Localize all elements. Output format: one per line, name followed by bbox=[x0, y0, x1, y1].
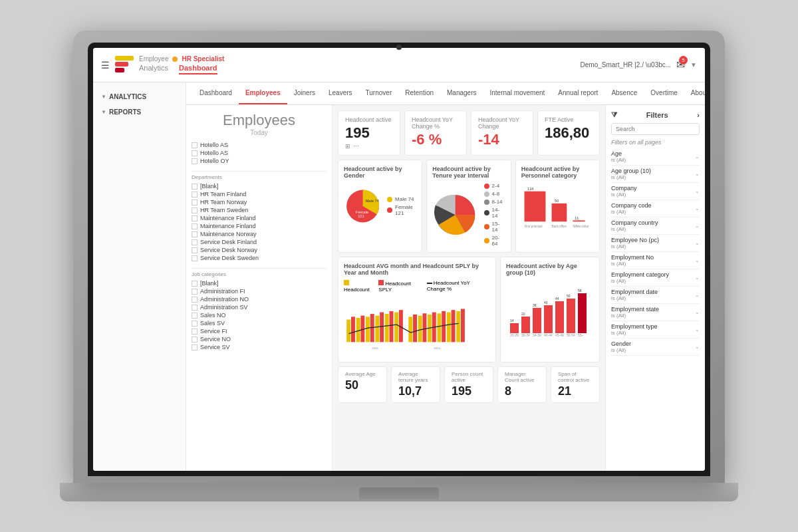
tab-managers[interactable]: Managers bbox=[440, 82, 483, 104]
checkbox[interactable] bbox=[192, 297, 198, 303]
checkbox[interactable] bbox=[192, 158, 198, 164]
filter-item[interactable]: HR Team Sweden bbox=[192, 207, 327, 213]
filter-row-employee-no[interactable]: Employee No (pc) is (All) ⌄ bbox=[611, 235, 700, 252]
filter-item[interactable]: Maintenance Norway bbox=[192, 231, 327, 237]
chevron-icon: ⌄ bbox=[695, 309, 700, 315]
checkbox[interactable] bbox=[192, 255, 198, 261]
stat-person-count: Person count active 195 bbox=[444, 366, 493, 403]
tab-dashboard[interactable]: Dashboard bbox=[193, 82, 239, 104]
checkbox[interactable] bbox=[192, 281, 198, 287]
checkbox[interactable] bbox=[192, 247, 198, 253]
filter-item[interactable]: Service NO bbox=[192, 336, 327, 342]
filter-item[interactable]: [Blank] bbox=[192, 280, 327, 287]
chart-monthly-title: Headcount AVG month and Headcount SPLY b… bbox=[344, 263, 490, 276]
sidebar-item-reports[interactable]: ▼ REPORTS bbox=[93, 104, 186, 120]
filter-item[interactable]: Maintenance Finland bbox=[192, 215, 327, 221]
filter-row-employment-category[interactable]: Employment category is (All) ⌄ bbox=[611, 269, 700, 287]
legend-yoy: Headcount YoY Change % bbox=[427, 280, 490, 293]
filters-search-input[interactable] bbox=[611, 123, 700, 135]
checkbox[interactable] bbox=[192, 329, 198, 334]
kpi-yoy-change: Headcount YoY Change -14 bbox=[471, 110, 533, 156]
svg-rect-21 bbox=[380, 313, 384, 342]
filter-item[interactable]: Administration SV bbox=[192, 304, 327, 311]
filter-item[interactable]: Sales NO bbox=[192, 312, 327, 319]
checkbox[interactable] bbox=[192, 239, 198, 245]
filter-item[interactable]: HR Team Finland bbox=[192, 191, 327, 198]
filter-row-company-code[interactable]: Company code is (All) ⌄ bbox=[611, 200, 700, 217]
filter-item[interactable]: Service Desk Norway bbox=[192, 247, 327, 253]
filter-row-gender[interactable]: Gender is (All) ⌄ bbox=[611, 338, 700, 356]
svg-rect-46 bbox=[578, 293, 587, 333]
chart-gender-title: Headcount active by Gender bbox=[344, 166, 416, 179]
filter-item[interactable]: Hotello OY bbox=[192, 158, 327, 164]
filters-header: ⧩ Filters › bbox=[611, 110, 700, 119]
filter-item[interactable]: Sales SV bbox=[192, 320, 327, 327]
user-dropdown-arrow[interactable]: ▼ bbox=[690, 61, 697, 68]
tab-joiners[interactable]: Joiners bbox=[287, 82, 322, 104]
tab-turnover[interactable]: Turnover bbox=[359, 82, 399, 104]
tab-about[interactable]: About bbox=[684, 82, 705, 104]
checkbox[interactable] bbox=[192, 321, 198, 327]
filter-row-age-group[interactable]: Age group (10) is (All) ⌄ bbox=[611, 166, 700, 183]
tab-leavers[interactable]: Leavers bbox=[322, 82, 359, 104]
filter-row-company-country[interactable]: Company country is (All) ⌄ bbox=[611, 217, 700, 235]
checkbox[interactable] bbox=[192, 289, 198, 295]
checkbox[interactable] bbox=[192, 223, 198, 229]
chart-age-title: Headcount active by Age group (10) bbox=[506, 263, 594, 276]
kpi-value: 195 bbox=[345, 126, 393, 140]
filter-item[interactable]: Service Desk Sweden bbox=[192, 255, 327, 261]
checkbox[interactable] bbox=[192, 215, 198, 221]
topnav-dashboard[interactable]: Dashboard bbox=[179, 64, 217, 74]
stat-span-control: Span of control active 21 bbox=[551, 366, 600, 403]
svg-text:50: 50 bbox=[567, 294, 571, 298]
tab-retention[interactable]: Retention bbox=[398, 82, 440, 104]
filter-item[interactable]: Hotello AS bbox=[192, 142, 327, 148]
filter-item[interactable]: [Blank] bbox=[192, 183, 327, 190]
checkbox[interactable] bbox=[192, 344, 198, 350]
filter-item[interactable]: HR Team Norway bbox=[192, 199, 327, 205]
chevron-icon: ⌄ bbox=[695, 171, 700, 177]
tab-absence[interactable]: Absence bbox=[604, 82, 644, 104]
filter-item[interactable]: Administration FI bbox=[192, 288, 327, 295]
filter-item[interactable]: Hotello AS bbox=[192, 150, 327, 156]
chart-personnel-title: Headcount active by Personnel category bbox=[521, 166, 594, 179]
notification-icon[interactable]: ✉ 5 bbox=[676, 59, 685, 71]
hamburger-icon[interactable]: ☰ bbox=[101, 60, 110, 70]
filter-item[interactable]: Service Desk Finland bbox=[192, 239, 327, 245]
tab-employees[interactable]: Employees bbox=[239, 82, 287, 104]
filter-row-employment-type[interactable]: Employment type is (All) ⌄ bbox=[611, 321, 700, 338]
svg-rect-27 bbox=[413, 315, 417, 342]
sidebar-item-analytics[interactable]: ▼ ANALYTICS bbox=[93, 89, 186, 104]
filter-row-employment-state[interactable]: Employment state is (All) ⌄ bbox=[611, 304, 700, 321]
filter-row-age[interactable]: Age is (All) ⌄ bbox=[611, 148, 700, 166]
checkbox[interactable] bbox=[192, 150, 198, 156]
filters-expand-icon[interactable]: › bbox=[697, 111, 700, 119]
checkbox[interactable] bbox=[192, 142, 198, 148]
checkbox[interactable] bbox=[192, 336, 198, 342]
checkbox[interactable] bbox=[192, 200, 198, 205]
tab-internal-movement[interactable]: Internal movement bbox=[483, 82, 552, 104]
checkbox[interactable] bbox=[192, 305, 198, 311]
checkbox[interactable] bbox=[192, 313, 198, 319]
checkbox[interactable] bbox=[192, 184, 198, 190]
filter-item[interactable]: Maintenance Finland bbox=[192, 223, 327, 229]
topnav-analytics[interactable]: Analytics bbox=[139, 64, 168, 74]
svg-text:2014: 2014 bbox=[434, 346, 440, 350]
checkbox[interactable] bbox=[192, 192, 198, 198]
chart-personnel: Headcount active by Personnel category F… bbox=[515, 160, 600, 253]
filter-item[interactable]: Service FI bbox=[192, 328, 327, 334]
filter-item[interactable]: Administration NO bbox=[192, 296, 327, 303]
filter-row-employment-no[interactable]: Employment No is (All) ⌄ bbox=[611, 252, 700, 269]
company-filter-list: Hotello AS Hotello AS Hote bbox=[192, 142, 327, 164]
filter-item[interactable]: Service SV bbox=[192, 344, 327, 350]
svg-rect-14 bbox=[346, 320, 350, 342]
checkbox[interactable] bbox=[192, 207, 198, 213]
svg-text:44: 44 bbox=[555, 297, 559, 301]
filter-row-employment-date[interactable]: Employment date is (All) ⌄ bbox=[611, 287, 700, 304]
legend-sply: Headcount SPLY bbox=[378, 280, 421, 293]
filter-row-company[interactable]: Company is (All) ⌄ bbox=[611, 183, 700, 200]
tab-overtime[interactable]: Overtime bbox=[644, 82, 684, 104]
svg-rect-5 bbox=[524, 192, 545, 222]
checkbox[interactable] bbox=[192, 231, 198, 237]
tab-annual-report[interactable]: Annual report bbox=[551, 82, 604, 104]
